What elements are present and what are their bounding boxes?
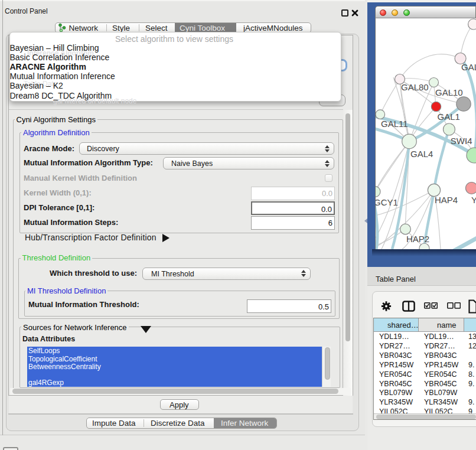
svg-text:GAL10: GAL10 (435, 87, 463, 97)
svg-text:GAL11: GAL11 (381, 119, 408, 129)
svg-text:GCY1: GCY1 (376, 197, 398, 207)
svg-text:GAL: GAL (461, 62, 476, 72)
svg-text:HAP4: HAP4 (435, 195, 458, 205)
svg-text:GAL1: GAL1 (438, 112, 460, 122)
svg-text:GAL80: GAL80 (401, 82, 429, 92)
svg-text:GAL4: GAL4 (410, 149, 433, 159)
svg-text:SWI4: SWI4 (451, 136, 472, 146)
svg-text:HAP2: HAP2 (406, 234, 429, 244)
svg-text:Y: Y (471, 195, 476, 205)
